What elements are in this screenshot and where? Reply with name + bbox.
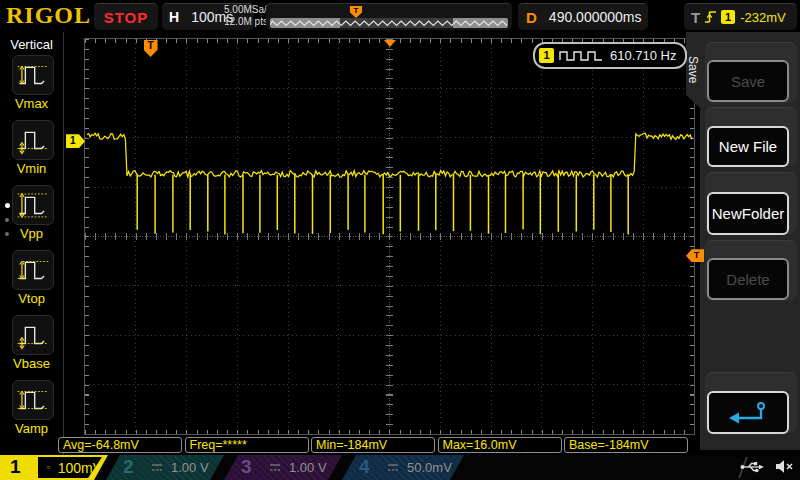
- run-state-badge[interactable]: STOP: [94, 3, 158, 30]
- newfolder-button[interactable]: NewFolder: [707, 192, 789, 235]
- acquisition-info: 5.00MSa/s 12.0M pts: [224, 4, 270, 28]
- channel-1-badge[interactable]: 1100mV: [0, 455, 112, 480]
- overview-waveform: [270, 18, 508, 28]
- measurement-avg: Avg=-64.8mV: [58, 437, 182, 453]
- top-status-bar: RIGOL STOP H 100ms 5.00MSa/s 12.0M pts T…: [0, 0, 800, 32]
- return-arrow-icon: [726, 400, 770, 426]
- sidebar-item-vmin[interactable]: Vmin: [0, 120, 63, 182]
- measurement-min: Min=-184mV: [311, 437, 435, 453]
- vtop-icon: [12, 250, 54, 290]
- vamp-icon: [12, 380, 54, 420]
- sidebar-item-vbase[interactable]: Vbase: [0, 315, 63, 377]
- graticule: T T 1 1 610.710 Hz: [84, 38, 695, 435]
- overview-bar: [270, 18, 508, 28]
- sidebar-item-label: Vtop: [0, 291, 63, 306]
- vmin-icon: [12, 120, 54, 160]
- freq-counter-channel-badge: 1: [539, 48, 554, 63]
- measurement-freq: Freq=*****: [185, 437, 309, 453]
- sidebar-item-vpp[interactable]: Vpp: [0, 185, 63, 247]
- rising-edge-icon: [704, 9, 717, 25]
- t-label: T: [691, 9, 700, 26]
- ch1-ground-marker[interactable]: 1: [66, 134, 85, 148]
- channel-number: 2: [123, 456, 134, 478]
- delay-position-marker[interactable]: [384, 40, 396, 47]
- sample-rate: 5.00MSa/s: [224, 4, 270, 16]
- channel-number: 3: [241, 456, 252, 478]
- delay-readout-box[interactable]: D 490.000000ms: [518, 3, 648, 30]
- dc-coupling-icon: [268, 462, 282, 473]
- measurement-max: Max=16.0mV: [438, 437, 562, 453]
- memory-depth: 12.0M pts: [224, 16, 270, 28]
- channel-number: 1: [10, 456, 21, 478]
- left-menu-title: Vertical: [0, 37, 63, 52]
- trigger-level-value: -232mV: [740, 10, 786, 25]
- save-button[interactable]: Save: [707, 60, 789, 102]
- measurement-base: Base=-184mV: [564, 437, 688, 453]
- trigger-source-badge: 1: [721, 10, 735, 24]
- channel-status-bar: 1100mV21.00 V31.00 V450.0mV: [0, 455, 800, 480]
- oscilloscope-screen: RIGOL STOP H 100ms 5.00MSa/s 12.0M pts T…: [0, 0, 800, 480]
- square-wave-icon: [559, 49, 603, 62]
- speaker-muted-icon: [775, 459, 794, 478]
- vbase-icon: [12, 315, 54, 355]
- channel-scale: 1.00 V: [171, 460, 209, 475]
- sidebar-item-label: Vmax: [0, 96, 63, 111]
- back-button[interactable]: [707, 391, 789, 434]
- ch1-waveform-trace: [85, 39, 694, 434]
- new-file-button[interactable]: New File: [707, 126, 789, 167]
- frequency-counter: 1 610.710 Hz: [533, 42, 687, 69]
- delete-button[interactable]: Delete: [707, 258, 789, 300]
- sidebar-item-label: Vpp: [0, 226, 63, 241]
- menu-tab-save: Save: [686, 32, 700, 108]
- right-soft-menu: Save SaveNew FileNewFolderDelete: [700, 32, 800, 450]
- sidebar-item-label: Vmin: [0, 161, 63, 176]
- sidebar-item-vamp[interactable]: Vamp: [0, 380, 63, 442]
- channel-3-badge[interactable]: 31.00 V: [224, 455, 342, 480]
- vmax-icon: [12, 55, 54, 95]
- sidebar-item-label: Vamp: [0, 421, 63, 436]
- dc-coupling-icon: [46, 462, 51, 473]
- dc-coupling-icon: [150, 462, 164, 473]
- h-label: H: [169, 9, 179, 25]
- rigol-logo: RIGOL: [6, 2, 91, 29]
- sidebar-item-vmax[interactable]: Vmax: [0, 55, 63, 117]
- channel-number: 4: [359, 456, 370, 478]
- sidebar-item-label: Vbase: [0, 356, 63, 371]
- channel-2-badge[interactable]: 21.00 V: [106, 455, 224, 480]
- channel-scale: 1.00 V: [289, 460, 327, 475]
- sidebar-item-vtop[interactable]: Vtop: [0, 250, 63, 312]
- overview-trigger-flag[interactable]: T: [350, 6, 362, 18]
- channel-scale: 100mV: [58, 460, 102, 476]
- dc-coupling-icon: [386, 462, 400, 473]
- channel-4-badge[interactable]: 450.0mV: [342, 455, 464, 480]
- left-measure-menu: Vertical VmaxVminVppVtopVbaseVamp: [0, 32, 64, 455]
- trigger-readout-box[interactable]: T 1 -232mV: [684, 3, 797, 30]
- channel-scale: 50.0mV: [407, 460, 452, 475]
- delay-value: 490.000000ms: [549, 9, 642, 25]
- vpp-icon: [12, 185, 54, 225]
- waveform-overview-strip[interactable]: T: [266, 3, 512, 30]
- d-label: D: [526, 9, 537, 26]
- usb-icon: [740, 460, 765, 478]
- frequency-value: 610.710 Hz: [610, 48, 677, 63]
